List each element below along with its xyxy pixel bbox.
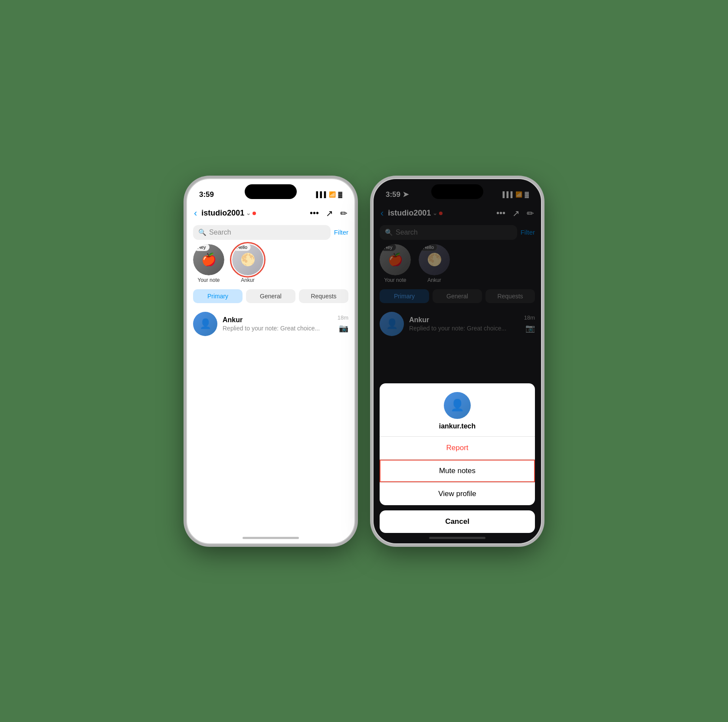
- story-name-your-note: Your note: [198, 277, 220, 283]
- story-note-your-note: Hey: [194, 244, 210, 251]
- nav-bar-left: ‹ istudio2001 ⌄ ••• ↗ ✏: [187, 204, 354, 222]
- context-menu: 👤 iankur.tech Report Mute notes View pro…: [380, 383, 535, 505]
- msg-meta-ankur-left: 18m 📷: [338, 314, 348, 333]
- search-bar-left: 🔍 Search Filter: [193, 225, 348, 240]
- tab-requests-left[interactable]: Requests: [299, 289, 348, 303]
- more-options-icon[interactable]: •••: [310, 208, 319, 218]
- right-phone: 3:59 ➤ ▐▐▐ 📶 ▓ ‹ istudio2001 ⌄ ••• ↗ ✏ 🔍…: [373, 178, 542, 544]
- msg-avatar-ankur-left: 👤: [193, 312, 217, 336]
- chevron-down-icon: ⌄: [246, 210, 251, 216]
- left-phone: 3:59 ▐▐▐ 📶 ▓ ‹ istudio2001 ⌄ ••• ↗ ✏ 🔍 S…: [186, 178, 355, 544]
- search-placeholder-left: Search: [209, 229, 231, 236]
- context-option-report[interactable]: Report: [380, 437, 535, 459]
- signal-icon: ▐▐▐: [314, 191, 326, 198]
- story-your-note-left[interactable]: 🍎 Hey Your note: [193, 244, 224, 283]
- edit-icon[interactable]: ✏: [340, 208, 348, 219]
- context-overlay: 👤 iankur.tech Report Mute notes View pro…: [374, 179, 541, 543]
- status-icons-left: ▐▐▐ 📶 ▓: [314, 191, 342, 198]
- battery-icon: ▓: [338, 191, 342, 198]
- tabs-row-left: Primary General Requests: [187, 289, 354, 303]
- tab-primary-left[interactable]: Primary: [193, 289, 243, 303]
- story-name-ankur: Ankur: [241, 277, 254, 283]
- context-user-avatar: 👤: [444, 392, 471, 419]
- stories-row-left: 🍎 Hey Your note 🌕 Hello Ankur: [187, 244, 354, 283]
- nav-title-left: istudio2001 ⌄: [201, 209, 306, 218]
- trending-icon[interactable]: ↗: [326, 208, 333, 219]
- dynamic-island-left: [245, 184, 297, 199]
- online-dot-left: [253, 212, 256, 215]
- context-avatar-section: 👤 iankur.tech: [380, 383, 535, 436]
- story-avatar-your-note: 🍎 Hey: [193, 244, 224, 275]
- tab-general-left[interactable]: General: [246, 289, 295, 303]
- time-left: 3:59: [199, 190, 214, 199]
- context-option-view-profile[interactable]: View profile: [380, 483, 535, 505]
- home-indicator-left: [243, 537, 299, 539]
- msg-body-ankur-left: Ankur Replied to your note: Great choice…: [223, 316, 332, 332]
- story-avatar-ankur: 🌕 Hello: [232, 244, 263, 275]
- nav-actions-left: ••• ↗ ✏: [310, 208, 348, 219]
- wifi-icon: 📶: [329, 191, 336, 198]
- story-note-ankur: Hello: [233, 244, 251, 251]
- camera-icon-left: 📷: [339, 323, 348, 333]
- msg-time-left: 18m: [338, 314, 348, 321]
- back-button-left[interactable]: ‹: [194, 208, 197, 219]
- msg-preview-ankur-left: Replied to your note: Great choice...: [223, 325, 332, 332]
- search-input-wrap-left[interactable]: 🔍 Search: [193, 225, 331, 240]
- msg-name-ankur-left: Ankur: [223, 316, 332, 324]
- filter-button-left[interactable]: Filter: [334, 229, 348, 236]
- context-username: iankur.tech: [439, 422, 475, 430]
- search-icon: 🔍: [198, 229, 207, 236]
- context-cancel-button[interactable]: Cancel: [380, 510, 535, 533]
- message-ankur-left[interactable]: 👤 Ankur Replied to your note: Great choi…: [187, 307, 354, 340]
- story-ankur-left[interactable]: 🌕 Hello Ankur: [232, 244, 263, 283]
- context-option-mute-notes[interactable]: Mute notes: [380, 460, 535, 482]
